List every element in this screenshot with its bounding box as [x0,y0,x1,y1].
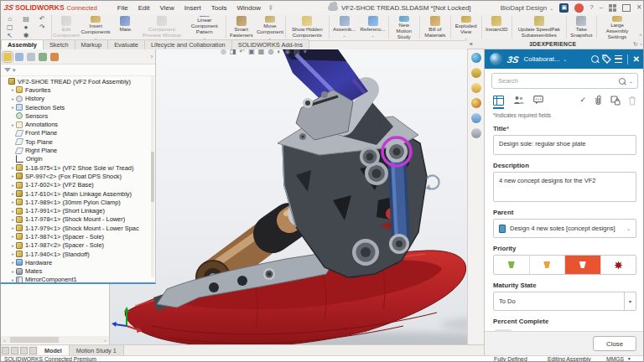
expand-icon[interactable]: ▸ [10,251,16,256]
tab-markup[interactable]: Markup [75,39,109,49]
tab-members[interactable] [513,96,524,105]
view-orientation-icon[interactable]: ▦ [258,49,265,57]
tab-solidworks-add-ins[interactable]: SOLIDWORKS Add-Ins [231,39,309,49]
tree-item-1-17-602-1-vf2-base[interactable]: ▸1-17-602<1> (VF2 Base) [1,181,155,189]
reference-geometry-button[interactable]: Referenc...⌄ [359,14,387,40]
tree-item-1-17-987-2-spacer-so[interactable]: ▸1-17-987<2> (Spacer - Sole) [1,241,155,250]
hide-show-items-icon[interactable]: ◐ [277,49,281,57]
parent-select[interactable]: Design 4 new soles [concept designs] ⌄ [493,219,636,238]
update-speedpak-subassemblies-button[interactable]: Update SpeedPak Subassemblies [513,14,565,40]
3dexperience-icon[interactable] [471,53,481,63]
status-units[interactable]: MMGS [606,356,624,362]
exploded-view-button[interactable]: Exploded View⌄ [452,14,480,40]
tree-item-1-17-991-1-short-linka[interactable]: ▸1-17-991<1> (Short Linkage) [1,206,155,215]
expand-icon[interactable]: ▸ [10,183,16,188]
configuration-manager-tab[interactable] [27,53,35,61]
expand-icon[interactable]: ▸ [10,260,16,265]
tree-item-top-plane[interactable]: Top Plane [1,137,155,146]
refresh-icon[interactable]: ↻ [633,41,638,48]
collapse-toolbar-button[interactable]: ^ [636,14,644,40]
close-window-button[interactable]: × [636,3,641,12]
apply-scene-icon[interactable]: ▤ [293,49,300,57]
previous-view-icon[interactable]: ↶ [240,49,246,57]
edit-appearance-icon[interactable]: ◉ [284,49,290,57]
scroll-left-icon[interactable]: ‹ [1,338,8,343]
view-settings-icon[interactable]: ▾ [304,49,307,57]
priority-medium-option[interactable] [530,256,566,274]
menu-icon[interactable] [615,55,622,63]
rebuild-button[interactable]: ● [18,23,33,32]
tree-item-favorites[interactable]: ▸Favorites [1,85,155,94]
tree-item-1-18-975-1-vf2-shoe-so[interactable]: ▸1-18-975<1> (VF2 Shoe Sole w/ Tread) [1,163,155,172]
search-submit-icon[interactable] [619,78,626,85]
tree-horizontal-scrollbar[interactable]: ‹ › [1,336,109,344]
expand-icon[interactable]: ▸ [10,199,16,204]
expand-icon[interactable]: ▸ [10,122,16,127]
help-button[interactable]: ? [589,4,593,11]
expand-icon[interactable]: ▸ [10,105,16,110]
expand-icon[interactable]: ▸ [10,234,16,239]
tree-filter-row[interactable]: ▾ [1,65,155,76]
pin-menu-icon[interactable]: ✎ [266,3,275,12]
expand-icon[interactable]: ▸ [10,217,16,222]
tree-item-1-17-987-1-spacer-so[interactable]: ▸1-17-987<1> (Spacer - Sole) [1,232,155,240]
property-manager-tab[interactable] [15,53,23,61]
tab-comments[interactable] [533,96,543,105]
attachment-icon[interactable] [594,96,603,106]
priority-high-option[interactable] [565,256,601,274]
minimize-button[interactable]: – [600,4,603,11]
expand-icon[interactable]: ▸ [10,87,16,92]
tab-sketch[interactable]: Sketch [43,39,75,49]
tree-vertical-scrollbar[interactable] [151,76,154,277]
share-lock-icon[interactable] [610,96,621,106]
menu-file[interactable]: File [112,3,133,13]
account-dropdown[interactable]: BioDapt Design ⌄ [501,4,554,12]
tree-item-mates[interactable]: ▸Mates [1,267,155,276]
zoom-to-fit-icon[interactable]: ◎ [221,49,226,57]
splitter-icon[interactable] [29,347,37,354]
menu-edit[interactable]: Edit [133,3,155,13]
search-icon[interactable] [591,55,599,63]
dimxpert-manager-tab[interactable] [39,53,47,61]
tree-item-sp-997-2-fox-float-dps[interactable]: ▸SP-997<2> (Fox Float DPS Shock) [1,172,155,180]
assembly-features-button[interactable]: Assemb...⌄ [330,14,359,40]
view-palette-icon[interactable] [471,113,481,123]
expand-icon[interactable]: ▸ [10,225,16,230]
section-view-icon[interactable]: ▣ [248,49,255,57]
display-style-icon[interactable]: ◍ [267,49,273,57]
tag-icon[interactable] [602,54,611,64]
tree-item-hardware[interactable]: ▸Hardware [1,258,155,266]
menu-tools[interactable]: Tools [206,3,232,13]
tabs-overflow-icon[interactable]: › [151,54,153,59]
maturity-state-select[interactable]: To Do ▾ [493,292,636,311]
instant3d-button[interactable]: Instant3D [482,14,511,40]
new-document-button[interactable]: ▢ [3,23,17,32]
expand-icon[interactable]: ▸ [10,191,16,196]
menu-view[interactable]: View [155,3,179,13]
menu-insert[interactable]: Insert [179,3,206,13]
custom-properties-icon[interactable] [471,128,481,138]
tree-item-1-17-978-1-shock-mount[interactable]: ▸1-17-978<1> (Shock Mount - Lower) [1,215,155,224]
expand-icon[interactable]: ▸ [10,277,16,282]
tree-item-mirrorcomponent1[interactable]: ▸MirrorComponent1 [1,276,155,284]
description-input[interactable]: 4 new concept designs for the VF2 [494,173,636,196]
splitter-icon[interactable] [11,347,18,354]
expand-icon[interactable]: ▸ [10,173,16,178]
splitter-icon[interactable] [2,347,9,354]
tab-lifecycle-and-collaboration[interactable]: Lifecycle and Collaboration [144,39,232,49]
show-hidden-components-button[interactable]: Show Hidden Components [287,14,328,40]
save-button[interactable]: ▤ [18,15,33,23]
undo-button[interactable]: ↶ [35,15,49,23]
menu-window[interactable]: Window [231,3,265,13]
appearances-scenes-icon[interactable] [471,98,481,108]
search-options-caret-icon[interactable]: ⌄ [629,78,633,84]
take-snapshot-button[interactable]: Take Snapshot [567,14,595,40]
priority-urgent-option[interactable] [601,256,636,274]
tree-item-right-plane[interactable]: Right Plane [1,146,155,154]
tree-item-1-17-610-1-main-linkag[interactable]: ▸1-17-610<1> (Main Linkage Assembly) [1,189,155,198]
display-manager-tab[interactable] [50,53,59,61]
expand-icon[interactable]: ▸ [10,209,16,214]
scrollbar-thumb[interactable] [10,337,59,343]
approve-icon[interactable]: ✓ [579,96,586,104]
move-component-button[interactable]: Move Component⌄ [256,14,284,40]
